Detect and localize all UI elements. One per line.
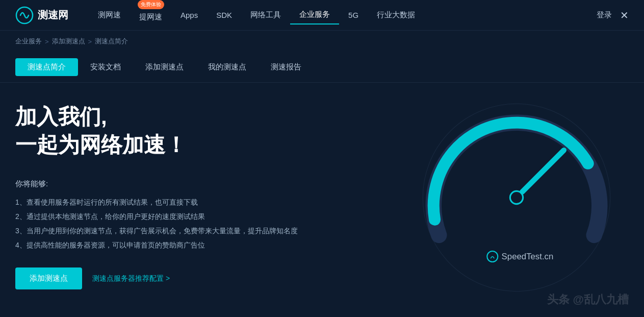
add-node-button[interactable]: 添加测速点 bbox=[15, 267, 82, 289]
sub-nav-intro[interactable]: 测速点简介 bbox=[15, 58, 78, 76]
nav-item-network-tools[interactable]: 网络工具 bbox=[241, 6, 290, 24]
watermark: 头条 @乱八九槽 bbox=[547, 292, 629, 307]
speedometer-svg: SpeedTest.cn bbox=[409, 90, 624, 305]
logo-icon bbox=[15, 6, 34, 25]
breadcrumb-sep-1: > bbox=[45, 38, 49, 45]
header: 测速网 测网速 免费体验 提网速 Apps SDK 网络工具 企业服务 5G 行… bbox=[0, 0, 644, 31]
content-left: 加入我们, 一起为网络加速！ 你将能够: 1、查看使用服务器时运行的所有测试结果… bbox=[15, 103, 347, 297]
sub-nav-add-node[interactable]: 添加测速点 bbox=[133, 58, 196, 76]
nav-item-bigdata[interactable]: 行业大数据 bbox=[368, 6, 424, 24]
sub-nav: 测速点简介 安装文档 添加测速点 我的测速点 测速报告 bbox=[0, 52, 644, 83]
close-button[interactable]: ✕ bbox=[620, 9, 629, 21]
hero-title-line2: 一起为网络加速！ bbox=[15, 131, 347, 159]
breadcrumb: 企业服务 > 添加测速点 > 测速点简介 bbox=[0, 31, 644, 52]
features-section: 你将能够: 1、查看使用服务器时运行的所有测试结果，也可直接下载 2、通过提供本… bbox=[15, 179, 347, 252]
cta-area: 添加测速点 测速点服务器推荐配置 > bbox=[15, 267, 347, 289]
feature-item-1: 1、查看使用服务器时运行的所有测试结果，也可直接下载 bbox=[15, 195, 347, 209]
breadcrumb-item-add-node[interactable]: 添加测速点 bbox=[52, 37, 85, 46]
sub-nav-report[interactable]: 测速报告 bbox=[259, 58, 314, 76]
speedometer-container: SpeedTest.cn bbox=[409, 90, 624, 305]
nav-badge-free: 免费体验 bbox=[138, 0, 164, 9]
speedometer-area: SpeedTest.cn bbox=[389, 83, 644, 312]
hero-title-line1: 加入我们, bbox=[15, 103, 347, 131]
main-nav: 测网速 免费体验 提网速 Apps SDK 网络工具 企业服务 5G 行业大数据 bbox=[89, 4, 597, 26]
features-heading: 你将能够: bbox=[15, 179, 347, 189]
svg-text:SpeedTest.cn: SpeedTest.cn bbox=[502, 252, 554, 261]
breadcrumb-item-enterprise[interactable]: 企业服务 bbox=[15, 37, 42, 46]
nav-item-sdk[interactable]: SDK bbox=[207, 7, 241, 23]
logo[interactable]: 测速网 bbox=[15, 6, 68, 25]
sub-nav-install[interactable]: 安装文档 bbox=[78, 58, 133, 76]
logo-text: 测速网 bbox=[38, 8, 68, 22]
feature-item-4: 4、提供高性能的服务器资源，可以申请首页的赞助商广告位 bbox=[15, 238, 347, 252]
server-config-link[interactable]: 测速点服务器推荐配置 > bbox=[92, 274, 170, 283]
nav-item-5g[interactable]: 5G bbox=[339, 7, 368, 23]
nav-item-cewangshu[interactable]: 测网速 bbox=[89, 6, 130, 24]
hero-title: 加入我们, 一起为网络加速！ bbox=[15, 103, 347, 159]
nav-item-apps[interactable]: Apps bbox=[171, 7, 207, 23]
nav-item-tiwangshu[interactable]: 免费体验 提网速 bbox=[130, 4, 171, 26]
feature-item-3: 3、当用户使用到你的测速节点，获得广告展示机会，免费带来大量流量，提升品牌知名度 bbox=[15, 224, 347, 238]
login-button[interactable]: 登录 bbox=[597, 10, 612, 20]
main-content: 加入我们, 一起为网络加速！ 你将能够: 1、查看使用服务器时运行的所有测试结果… bbox=[0, 83, 644, 312]
sub-nav-my-nodes[interactable]: 我的测速点 bbox=[196, 58, 259, 76]
nav-right: 登录 ✕ bbox=[597, 9, 629, 21]
nav-item-enterprise[interactable]: 企业服务 bbox=[290, 6, 339, 25]
breadcrumb-item-intro: 测速点简介 bbox=[95, 37, 128, 46]
feature-item-2: 2、通过提供本地测速节点，给你的用户更好的速度测试结果 bbox=[15, 209, 347, 224]
breadcrumb-sep-2: > bbox=[88, 38, 92, 45]
